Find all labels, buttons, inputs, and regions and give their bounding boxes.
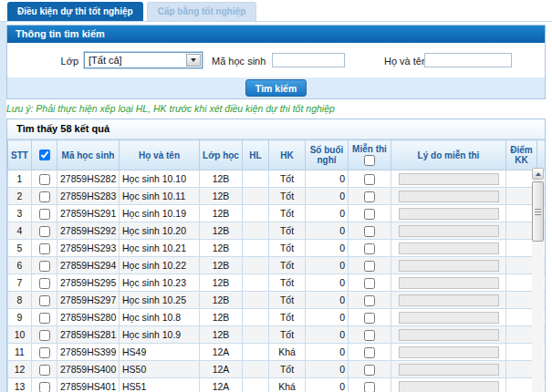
mien-thi-checkbox[interactable] <box>364 191 375 202</box>
table-row: 7 27859HS295 Học sinh 10.23 12B Tốt 0 <box>8 274 547 292</box>
lop-select[interactable]: [Tất cả] <box>84 52 203 68</box>
row-ly-do-cell <box>391 309 506 326</box>
row-select-cell <box>32 205 57 222</box>
row-hk: Tốt <box>269 240 306 257</box>
mien-thi-checkbox[interactable] <box>364 261 375 272</box>
row-ly-do-cell <box>391 240 506 257</box>
results-panel: Tìm thấy 58 kết quả STT Mã học sinh Họ v… <box>6 119 546 392</box>
row-hl <box>243 205 269 222</box>
select-all-checkbox[interactable] <box>39 150 50 160</box>
row-stt: 3 <box>8 205 32 222</box>
row-checkbox[interactable] <box>39 365 50 376</box>
mien-thi-checkbox[interactable] <box>364 365 375 376</box>
mien-thi-checkbox[interactable] <box>364 174 375 185</box>
arrow-up-icon <box>536 172 541 176</box>
ly-do-mien-thi-input <box>399 260 499 272</box>
row-checkbox[interactable] <box>39 261 50 272</box>
col-so-buoi-nghi[interactable]: Số buổi nghỉ <box>306 140 349 170</box>
row-so-buoi-nghi: 0 <box>306 326 349 344</box>
table-row: 5 27859HS293 Học sinh 10.21 12B Tốt 0 <box>8 240 547 257</box>
row-ho-va-ten: Học sinh 10.9 <box>120 326 200 344</box>
search-panel: Thông tin tìm kiếm Lớp [Tất cả] Mã học s… <box>6 25 546 99</box>
row-select-cell <box>32 344 57 361</box>
search-panel-title: Thông tin tìm kiếm <box>7 26 545 43</box>
row-hl <box>243 240 269 257</box>
col-ly-do-mien-thi[interactable]: Lý do miễn thi <box>391 140 506 170</box>
row-checkbox[interactable] <box>39 278 50 289</box>
col-lop-hoc[interactable]: Lớp học <box>200 140 243 170</box>
ly-do-mien-thi-input <box>399 312 499 324</box>
ho-va-ten-input[interactable] <box>424 53 512 67</box>
row-hk: Tốt <box>269 292 306 309</box>
tab-dieu-kien-du-thi[interactable]: Điều kiện dự thi tốt nghiệp <box>7 2 143 21</box>
mien-thi-checkbox[interactable] <box>364 295 375 306</box>
ly-do-mien-thi-input <box>399 381 499 392</box>
row-checkbox[interactable] <box>39 191 50 202</box>
row-ma-hoc-sinh: 27859HS292 <box>57 222 120 240</box>
row-hl <box>243 361 269 378</box>
row-checkbox[interactable] <box>39 243 50 254</box>
row-hk: Tốt <box>269 274 306 292</box>
ma-hoc-sinh-input[interactable] <box>272 53 345 67</box>
scroll-up-button[interactable] <box>532 168 544 180</box>
row-ho-va-ten: HS49 <box>120 344 200 361</box>
col-hk[interactable]: HK <box>269 140 306 170</box>
row-mien-thi-cell <box>349 326 391 344</box>
row-ma-hoc-sinh: 27859HS280 <box>57 309 120 326</box>
mien-thi-checkbox[interactable] <box>364 313 375 324</box>
row-hk: Tốt <box>269 326 306 344</box>
tab-strip: Điều kiện dự thi tốt nghiệp Cấp bằng tốt… <box>7 2 256 21</box>
col-hl[interactable]: HL <box>243 140 269 170</box>
row-checkbox[interactable] <box>39 330 50 341</box>
row-lop-hoc: 12B <box>200 240 243 257</box>
row-so-buoi-nghi: 0 <box>306 257 349 274</box>
row-checkbox[interactable] <box>39 313 50 324</box>
row-so-buoi-nghi: 0 <box>306 274 349 292</box>
scrollbar-thumb[interactable] <box>532 181 544 242</box>
row-ho-va-ten: Học sinh 10.23 <box>120 274 200 292</box>
row-checkbox[interactable] <box>39 382 50 392</box>
col-mien-thi-label[interactable]: Miễn thi <box>350 144 389 154</box>
row-checkbox[interactable] <box>39 209 50 220</box>
row-checkbox[interactable] <box>39 226 50 237</box>
row-select-cell <box>32 309 57 326</box>
row-stt: 11 <box>8 344 32 361</box>
col-diem-kk[interactable]: Điểm KK <box>506 140 537 170</box>
row-mien-thi-cell <box>349 222 391 240</box>
mien-thi-checkbox[interactable] <box>364 330 375 341</box>
tim-kiem-button[interactable]: Tìm kiếm <box>245 79 307 97</box>
row-checkbox[interactable] <box>39 295 50 306</box>
mien-thi-checkbox[interactable] <box>364 243 375 254</box>
row-ma-hoc-sinh: 27859HS293 <box>57 240 120 257</box>
mien-thi-checkbox[interactable] <box>364 226 375 237</box>
mien-thi-checkbox[interactable] <box>364 382 375 392</box>
tab-cap-bang-tot-nghiep[interactable]: Cấp bằng tốt nghiệp <box>147 2 257 21</box>
mien-thi-checkbox[interactable] <box>364 209 375 220</box>
row-ma-hoc-sinh: 27859HS282 <box>57 170 120 188</box>
ly-do-mien-thi-input <box>399 277 499 289</box>
row-hk: Tốt <box>269 170 306 188</box>
row-checkbox[interactable] <box>39 347 50 358</box>
row-checkbox[interactable] <box>39 174 50 185</box>
col-stt[interactable]: STT <box>8 140 32 170</box>
mien-thi-all-checkbox[interactable] <box>364 155 375 166</box>
ly-do-mien-thi-input <box>399 294 499 306</box>
row-ly-do-cell <box>391 361 506 378</box>
mien-thi-checkbox[interactable] <box>364 347 375 358</box>
ly-do-mien-thi-input <box>399 364 499 376</box>
row-mien-thi-cell <box>349 240 391 257</box>
table-row: 12 27859HS400 HS50 12A Tốt 0 <box>8 361 547 378</box>
vertical-scrollbar[interactable] <box>532 168 544 392</box>
scrollbar-grip-icon <box>535 209 541 216</box>
table-row: 3 27859HS291 Học sinh 10.19 12B Tốt 0 <box>8 205 547 222</box>
row-mien-thi-cell <box>349 257 391 274</box>
col-ma-hoc-sinh[interactable]: Mã học sinh <box>57 140 120 170</box>
mien-thi-checkbox[interactable] <box>364 278 375 289</box>
ho-va-ten-label: Họ và tên <box>384 56 427 67</box>
table-row: 8 27859HS297 Học sinh 10.25 12B Tốt 0 <box>8 292 547 309</box>
col-ho-va-ten[interactable]: Họ và tên <box>120 140 200 170</box>
chevron-down-icon[interactable] <box>186 54 201 67</box>
lop-label: Lớp <box>35 56 78 67</box>
col-mien-thi: Miễn thi <box>349 140 391 170</box>
row-ly-do-cell <box>391 344 506 361</box>
